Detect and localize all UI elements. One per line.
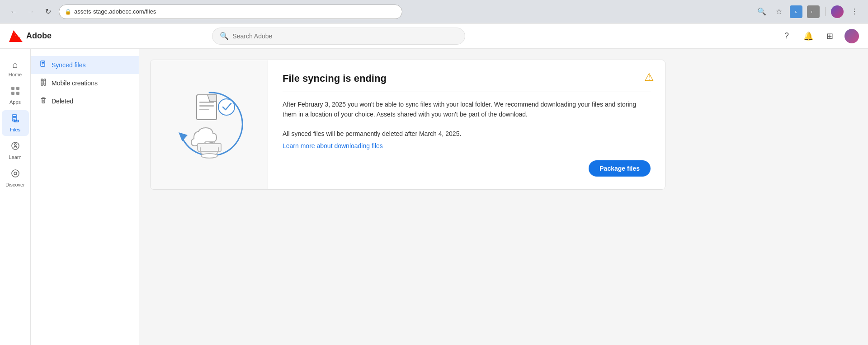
svg-rect-9 <box>11 92 14 95</box>
synced-files-label: Synced files <box>52 61 85 69</box>
svg-point-37 <box>218 99 235 115</box>
browser-zoom-button[interactable]: 🔍 <box>755 5 768 18</box>
user-avatar[interactable] <box>844 29 859 43</box>
notice-card: ⚠ File syncing is ending After February … <box>150 60 665 190</box>
deleted-icon <box>40 97 47 106</box>
svg-rect-14 <box>13 119 15 120</box>
notice-title: File syncing is ending <box>283 73 651 84</box>
deleted-label: Deleted <box>52 98 73 105</box>
mobile-creations-icon <box>40 79 47 88</box>
sidebar-item-home[interactable]: ⌂ Home <box>2 56 29 81</box>
main-content: ⚠ File syncing is ending After February … <box>139 49 868 345</box>
sidebar-item-discover[interactable]: Discover <box>2 165 29 191</box>
notice-illustration <box>151 60 268 189</box>
svg-rect-7 <box>11 87 14 90</box>
browser-user-avatar[interactable] <box>831 5 844 18</box>
header-search-bar[interactable]: 🔍 <box>212 28 465 45</box>
browser-address-bar[interactable]: 🔒 assets-stage.adobecc.com/files <box>59 5 402 19</box>
sidebar-item-deleted[interactable]: Deleted <box>31 92 139 110</box>
svg-rect-10 <box>16 92 19 95</box>
browser-reload-button[interactable]: ↻ <box>42 5 54 18</box>
browser-extension-2[interactable]: P <box>807 5 820 18</box>
svg-text:P: P <box>811 10 813 14</box>
sidebar-item-learn-label: Learn <box>9 154 21 160</box>
sidebar-item-discover-label: Discover <box>5 182 25 187</box>
synced-files-icon <box>40 61 47 70</box>
sidebar-item-learn[interactable]: Learn <box>2 138 29 163</box>
notifications-button[interactable]: 🔔 <box>801 29 816 43</box>
svg-rect-24 <box>41 79 43 85</box>
notice-body-text-secondary: All synced files will be permanently del… <box>283 129 651 139</box>
files-icon <box>11 114 20 125</box>
search-icon: 🔍 <box>220 32 229 40</box>
search-input[interactable] <box>232 33 458 40</box>
svg-text:A: A <box>795 10 797 14</box>
svg-rect-12 <box>13 116 16 117</box>
svg-point-17 <box>14 144 16 145</box>
package-files-button[interactable]: Package files <box>589 160 651 177</box>
svg-point-38 <box>201 154 217 158</box>
browser-menu-button[interactable]: ⋮ <box>848 5 861 18</box>
browser-toolbar-right: 🔍 ☆ A P ⋮ <box>755 5 861 18</box>
header-right-controls: ? 🔔 ⊞ <box>779 29 859 43</box>
sidebar-item-apps[interactable]: Apps <box>2 83 29 108</box>
adobe-logo[interactable]: Adobe <box>9 30 52 42</box>
svg-rect-25 <box>44 79 46 85</box>
learn-icon <box>11 141 20 153</box>
svg-rect-21 <box>42 62 44 63</box>
browser-bookmark-button[interactable]: ☆ <box>773 5 785 18</box>
sidebar-item-files[interactable]: Files <box>2 110 29 136</box>
svg-rect-13 <box>13 117 16 118</box>
address-security-icon: 🔒 <box>65 9 71 15</box>
browser-url: assets-stage.adobecc.com/files <box>74 8 156 15</box>
main-layout: ⌂ Home Apps Files Learn Discover <box>0 49 868 345</box>
help-button[interactable]: ? <box>779 29 794 43</box>
sidebar-item-apps-label: Apps <box>9 99 21 105</box>
sidebar-item-home-label: Home <box>9 72 22 77</box>
svg-rect-22 <box>42 64 44 64</box>
warning-icon: ⚠ <box>644 71 654 84</box>
svg-marker-32 <box>179 132 188 141</box>
browser-forward-button[interactable]: → <box>24 5 37 18</box>
apps-icon <box>11 86 20 98</box>
notice-divider <box>283 92 651 92</box>
app-header: Adobe 🔍 ? 🔔 ⊞ <box>0 23 868 49</box>
sidebar-secondary: Synced files Mobile creations Deleted <box>31 49 139 345</box>
notice-body: ⚠ File syncing is ending After February … <box>268 60 665 189</box>
toolbar-divider <box>825 7 826 16</box>
adobe-logo-text: Adobe <box>26 31 52 41</box>
sync-illustration-graphic <box>164 79 255 171</box>
learn-more-link[interactable]: Learn more about downloading files <box>283 142 383 149</box>
sidebar-item-files-label: Files <box>10 127 20 132</box>
notice-body-text: After February 3, 2025 you won't be able… <box>283 99 651 120</box>
home-icon: ⌂ <box>12 60 18 70</box>
svg-rect-8 <box>16 87 19 90</box>
apps-grid-button[interactable]: ⊞ <box>823 29 837 43</box>
sidebar-item-mobile-creations[interactable]: Mobile creations <box>31 74 139 92</box>
sidebar-item-synced-files[interactable]: Synced files <box>31 56 139 74</box>
adobe-logo-icon <box>9 30 23 42</box>
mobile-creations-label: Mobile creations <box>52 79 98 87</box>
discover-icon <box>11 169 20 180</box>
svg-rect-36 <box>199 109 209 110</box>
svg-rect-35 <box>199 105 214 107</box>
svg-point-19 <box>14 172 17 175</box>
browser-extension-1[interactable]: A <box>790 5 802 18</box>
browser-back-button[interactable]: ← <box>7 5 20 18</box>
browser-chrome: ← → ↻ 🔒 assets-stage.adobecc.com/files 🔍… <box>0 0 868 23</box>
sidebar-nav: ⌂ Home Apps Files Learn Discover <box>0 49 31 345</box>
svg-rect-23 <box>42 65 43 65</box>
svg-point-18 <box>12 170 19 177</box>
notice-footer: Package files <box>283 160 651 177</box>
